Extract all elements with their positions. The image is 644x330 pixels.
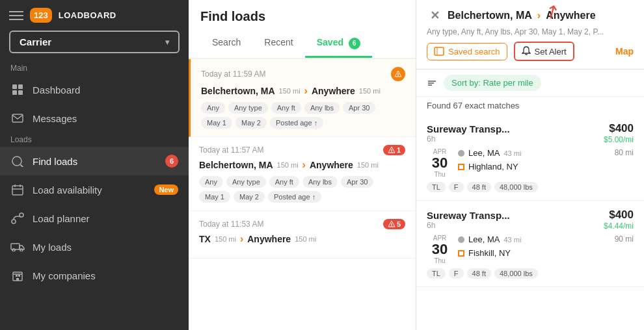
sidebar-item-load-planner[interactable]: Load planner — [0, 204, 189, 233]
svg-point-21 — [397, 75, 399, 76]
sidebar: 123 LOADBOARD Carrier ▾ Main Dashboard M… — [0, 0, 189, 330]
company-name: Sureway Transp... — [427, 123, 510, 134]
close-button[interactable]: ✕ — [427, 8, 442, 23]
route-icon — [10, 211, 25, 225]
search-item[interactable]: Today at 11:57 AM 1 Belchertown, MA 150 … — [189, 137, 416, 211]
stop-dest: Fishkill, NY — [458, 248, 610, 258]
load-card-header: Sureway Transp... 6h $400 $4.44/mi — [427, 209, 634, 231]
load-card[interactable]: Sureway Transp... 6h $400 $4.44/mi Apr 3… — [416, 201, 644, 287]
load-route: Apr 30 Thu Lee, MA 43 mi Highland, NY 8 — [427, 148, 634, 178]
svg-rect-13 — [11, 244, 20, 249]
sidebar-item-label: My loads — [33, 242, 72, 253]
right-header-top: ✕ Belchertown, MA › Anywhere — [427, 8, 634, 23]
hamburger-menu[interactable] — [9, 11, 23, 20]
origin-dot-icon — [458, 150, 464, 157]
sidebar-item-my-companies[interactable]: My companies — [0, 261, 189, 290]
tab-recent[interactable]: Recent — [252, 31, 304, 58]
route-stops: Lee, MA 43 mi Highland, NY — [458, 148, 610, 171]
search-items-list: Today at 11:59 AM Belchertown, MA 150 mi… — [189, 59, 416, 331]
truck-icon — [10, 240, 25, 254]
load-per-mile: $4.44/mi — [604, 222, 634, 231]
svg-line-6 — [21, 165, 24, 168]
tab-search[interactable]: Search — [200, 31, 252, 58]
load-date: Apr 30 Thu — [427, 235, 453, 264]
bell-icon — [522, 46, 531, 57]
logo-label: LOADBOARD — [59, 10, 116, 20]
svg-point-15 — [20, 249, 23, 251]
search-item-tags: Any Any type Any ft Any lbs Apr 30 May 1… — [199, 176, 405, 203]
sidebar-item-find-loads[interactable]: Find loads 6 — [0, 147, 189, 175]
bookmark-icon — [434, 47, 444, 56]
origin-dot-icon — [458, 236, 464, 243]
sidebar-item-messages[interactable]: Messages — [0, 104, 189, 133]
sort-row: Sort by: Rate per mile — [416, 70, 644, 97]
building-icon — [10, 268, 25, 283]
sort-icon — [427, 78, 437, 88]
search-item-route: TX 150 mi › Anywhere 150 mi — [199, 233, 405, 245]
route-arrow-icon: › — [240, 233, 243, 245]
search-item-time: Today at 11:57 AM 1 — [199, 145, 405, 155]
calendar-truck-icon — [10, 183, 25, 197]
load-distance: 90 mi — [615, 235, 634, 244]
carrier-dropdown[interactable]: Carrier ▾ — [9, 31, 180, 53]
route-arrow-icon: › — [302, 159, 306, 171]
tab-saved[interactable]: Saved 6 — [305, 31, 372, 58]
sidebar-item-label: Find loads — [33, 156, 77, 167]
svg-rect-0 — [12, 84, 17, 89]
load-route: Apr 30 Thu Lee, MA 43 mi Fishkill, NY 9 — [427, 235, 634, 264]
dest-square-icon — [458, 164, 464, 170]
alert-badge-red: 1 — [383, 145, 405, 155]
search-item-route: Belchertown, MA 150 mi › Anywhere 150 mi — [201, 85, 405, 97]
svg-point-11 — [12, 220, 16, 223]
sort-button[interactable]: Sort by: Rate per mile — [444, 75, 541, 91]
search-item[interactable]: Today at 11:59 AM Belchertown, MA 150 mi… — [189, 59, 416, 137]
load-price: $400 — [604, 209, 634, 222]
load-hours: 6h — [427, 221, 510, 230]
found-text: Found 67 exact matches — [416, 97, 644, 114]
route-arrow-right-icon: › — [537, 10, 541, 21]
search-item-time: Today at 11:59 AM — [201, 67, 405, 81]
right-header-route: ✕ Belchertown, MA › Anywhere — [427, 8, 596, 23]
route-stops: Lee, MA 43 mi Fishkill, NY — [458, 235, 610, 258]
right-header-actions: Saved search Set Alert Map — [427, 42, 634, 61]
svg-rect-3 — [18, 90, 23, 95]
stop-origin: Lee, MA 43 mi — [458, 235, 610, 244]
section-label-main: Main — [0, 61, 189, 75]
sidebar-item-label: My companies — [33, 270, 96, 281]
search-item-time: Today at 11:53 AM 5 — [199, 219, 405, 229]
middle-title: Find loads — [200, 9, 404, 31]
load-distance: 80 mi — [615, 148, 634, 157]
right-panel: ✕ Belchertown, MA › Anywhere Any type, A… — [416, 0, 644, 330]
sidebar-item-label: Dashboard — [33, 84, 80, 95]
load-date: Apr 30 Thu — [427, 148, 453, 178]
load-card-header: Sureway Transp... 6h $400 $5.00/mi — [427, 122, 634, 144]
right-header: ✕ Belchertown, MA › Anywhere Any type, A… — [416, 0, 644, 70]
saved-search-button[interactable]: Saved search — [427, 43, 507, 60]
alert-badge-red: 5 — [383, 219, 405, 229]
load-per-mile: $5.00/mi — [604, 135, 634, 144]
tab-saved-badge: 6 — [349, 38, 360, 49]
set-alert-button[interactable]: Set Alert — [514, 42, 574, 61]
load-tags: TL F 48 ft 48,000 lbs — [427, 182, 634, 192]
loads-list: Sureway Transp... 6h $400 $5.00/mi Apr 3… — [416, 114, 644, 330]
svg-rect-17 — [16, 275, 18, 277]
carrier-label: Carrier — [20, 36, 51, 47]
sidebar-item-my-loads[interactable]: My loads — [0, 233, 189, 261]
right-panel-header-wrapper: ✕ Belchertown, MA › Anywhere Any type, A… — [416, 0, 644, 70]
svg-rect-2 — [12, 90, 17, 95]
company-name: Sureway Transp... — [427, 210, 510, 221]
right-header-sub: Any type, Any ft, Any lbs, Apr 30, May 1… — [427, 27, 634, 36]
sidebar-item-load-availability[interactable]: Load availability New — [0, 175, 189, 204]
svg-point-23 — [391, 151, 392, 152]
search-item[interactable]: Today at 11:53 AM 5 TX 150 mi › Anywhere… — [189, 211, 416, 259]
load-tags: TL F 48 ft 48,000 lbs — [427, 268, 634, 279]
sidebar-item-label: Load availability — [33, 184, 102, 196]
middle-header: Find loads Search Recent Saved 6 — [189, 0, 416, 59]
map-button[interactable]: Map — [615, 46, 634, 57]
load-card[interactable]: Sureway Transp... 6h $400 $5.00/mi Apr 3… — [416, 114, 644, 201]
svg-point-5 — [12, 157, 21, 166]
grid-icon — [10, 82, 25, 97]
svg-rect-27 — [435, 47, 444, 55]
sidebar-item-dashboard[interactable]: Dashboard — [0, 75, 189, 104]
sidebar-item-label: Messages — [33, 113, 77, 124]
